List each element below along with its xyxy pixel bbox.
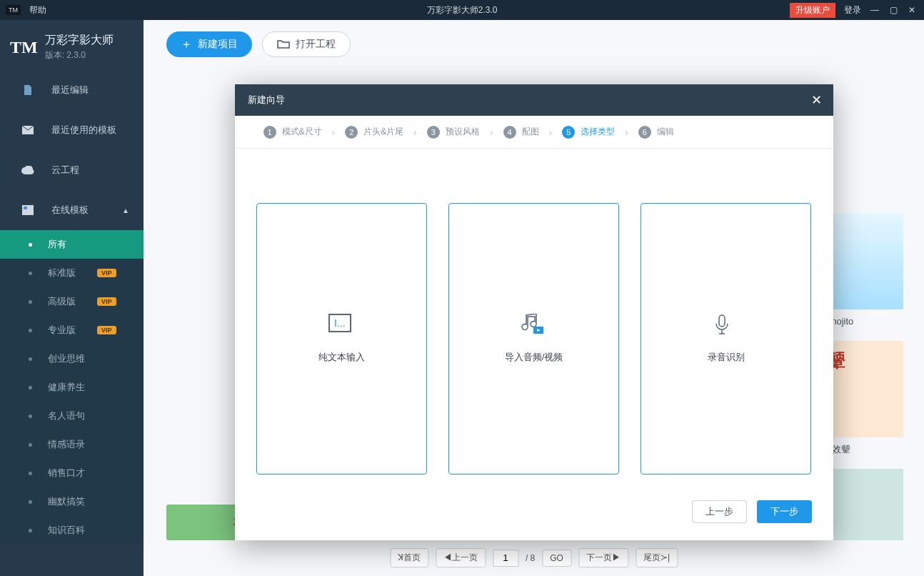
cloud-icon <box>21 164 34 177</box>
upgrade-button[interactable]: 升级账户 <box>790 3 835 18</box>
wizard-step-6[interactable]: 6编辑 <box>638 126 674 139</box>
option-text-input[interactable]: I... 纯文本输入 <box>256 203 427 475</box>
wizard-step-4[interactable]: 4配图 <box>503 126 539 139</box>
wizard-step-3[interactable]: 3预设风格 <box>427 126 480 139</box>
template-icon <box>21 204 34 217</box>
option-label: 录音识别 <box>708 351 745 364</box>
svg-rect-2 <box>24 207 27 209</box>
help-menu[interactable]: 帮助 <box>29 4 46 16</box>
titlebar: TM 帮助 万彩字影大师2.3.0 升级账户 登录 — ▢ ✕ <box>0 0 924 20</box>
tm-badge: TM <box>6 5 21 15</box>
sidebar-sub-knowledge[interactable]: 知识百科 <box>0 516 144 545</box>
vip-badge: VIP <box>97 297 116 306</box>
sidebar-sub-all[interactable]: 所有 <box>0 230 144 259</box>
wizard-title: 新建向导 <box>248 94 285 106</box>
svg-rect-6 <box>719 315 725 327</box>
wizard-overlay: 新建向导 ✕ 1模式&尺寸› 2片头&片尾› 3预设风格› 4配图› 5选择类型… <box>144 20 924 576</box>
window-title: 万彩字影大师2.3.0 <box>427 4 498 16</box>
sidebar-item-cloud[interactable]: 云工程 <box>0 150 144 190</box>
chevron-up-icon: ▲ <box>122 207 129 214</box>
svg-text:I...: I... <box>334 317 346 329</box>
wizard-close-icon[interactable]: ✕ <box>811 92 822 108</box>
chevron-right-icon: › <box>413 126 417 138</box>
main-area: ＋新建项目 打开工程 禁毒 Mojito 禁毒mojito 东施效颦 东施效颦 <box>144 20 924 576</box>
sidebar-sub-startup[interactable]: 创业思维 <box>0 344 144 373</box>
app-version: 版本: 2.3.0 <box>45 49 114 61</box>
minimize-icon[interactable]: — <box>870 5 880 15</box>
music-video-icon <box>521 314 546 339</box>
sidebar-sub-quotes[interactable]: 名人语句 <box>0 402 144 430</box>
vip-badge: VIP <box>97 269 116 277</box>
sidebar: TM 万彩字影大师 版本: 2.3.0 最近编辑 最近使用的模板 云工程 在线模… <box>0 20 144 576</box>
vip-badge: VIP <box>97 326 116 334</box>
app-name: 万彩字影大师 <box>45 33 114 48</box>
sidebar-item-recent-edit[interactable]: 最近编辑 <box>0 70 144 110</box>
wizard-step-2[interactable]: 2片头&片尾 <box>345 126 403 139</box>
wizard-prev-button[interactable]: 上一步 <box>692 500 747 523</box>
chevron-right-icon: › <box>549 126 553 138</box>
microphone-icon <box>713 314 739 339</box>
sidebar-item-label: 在线模板 <box>51 204 89 217</box>
option-label: 导入音频/视频 <box>505 351 563 364</box>
wizard-header: 新建向导 ✕ <box>235 84 833 116</box>
app-logo: TM <box>10 38 38 57</box>
maximize-icon[interactable]: ▢ <box>888 5 898 15</box>
document-icon <box>21 84 34 96</box>
chevron-right-icon: › <box>490 126 493 138</box>
sidebar-subitems: 所有 标准版VIP 高级版VIP 专业版VIP 创业思维 健康养生 名人语句 情… <box>0 230 144 545</box>
sidebar-item-label: 云工程 <box>51 164 79 177</box>
option-import-media[interactable]: 导入音频/视频 <box>448 203 619 475</box>
close-icon[interactable]: ✕ <box>907 5 917 15</box>
wizard-steps: 1模式&尺寸› 2片头&片尾› 3预设风格› 4配图› 5选择类型› 6编辑 <box>235 116 833 149</box>
wizard-step-5[interactable]: 5选择类型 <box>562 126 615 139</box>
sidebar-item-label: 最近使用的模板 <box>51 124 116 136</box>
sidebar-sub-emotion[interactable]: 情感语录 <box>0 430 144 459</box>
wizard-dialog: 新建向导 ✕ 1模式&尺寸› 2片头&片尾› 3预设风格› 4配图› 5选择类型… <box>235 84 833 540</box>
sidebar-item-online-templates[interactable]: 在线模板 ▲ <box>0 190 144 230</box>
sidebar-sub-health[interactable]: 健康养生 <box>0 373 144 402</box>
option-label: 纯文本输入 <box>318 351 365 364</box>
wizard-step-1[interactable]: 1模式&尺寸 <box>263 126 322 139</box>
sidebar-sub-advanced[interactable]: 高级版VIP <box>0 287 144 316</box>
chevron-right-icon: › <box>332 126 336 138</box>
sidebar-item-recent-templates[interactable]: 最近使用的模板 <box>0 110 144 150</box>
mail-icon <box>21 124 34 136</box>
option-record[interactable]: 录音识别 <box>641 203 811 475</box>
sidebar-sub-pro[interactable]: 专业版VIP <box>0 316 144 344</box>
sidebar-sub-humor[interactable]: 幽默搞笑 <box>0 487 144 516</box>
chevron-right-icon: › <box>625 126 628 138</box>
sidebar-sub-standard[interactable]: 标准版VIP <box>0 259 144 287</box>
login-button[interactable]: 登录 <box>844 4 861 16</box>
sidebar-item-label: 最近编辑 <box>51 84 89 96</box>
sidebar-sub-sales[interactable]: 销售口才 <box>0 459 144 487</box>
wizard-next-button[interactable]: 下一步 <box>757 500 812 523</box>
text-input-icon: I... <box>328 314 354 339</box>
